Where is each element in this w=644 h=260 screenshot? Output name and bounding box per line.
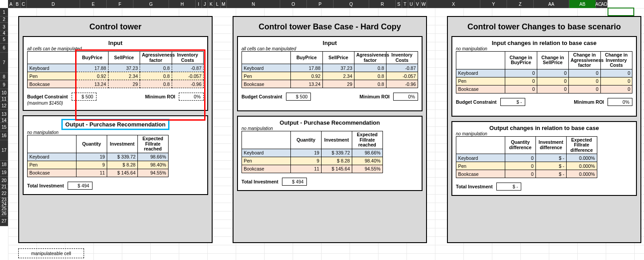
column-header[interactable]: X [427, 0, 480, 8]
input-cell[interactable]: 37.23 [108, 64, 140, 72]
panel-title: Control tower Changes to base scenario [451, 22, 637, 32]
column-header[interactable]: D [27, 0, 80, 8]
row-header[interactable]: 2 [0, 16, 8, 23]
column-header[interactable]: P [307, 0, 334, 8]
row-header[interactable]: 10 [0, 89, 8, 97]
column-header[interactable]: N [227, 0, 280, 8]
col-header: Investment [107, 135, 137, 153]
minroi-cell[interactable]: 0% [179, 93, 204, 101]
row-headers: 1234567891011121314151617181920212223242… [0, 8, 8, 226]
column-header[interactable]: A [8, 0, 14, 8]
row-header[interactable]: 25 [0, 207, 8, 211]
input-cell[interactable]: -0.057 [172, 72, 204, 80]
row-header[interactable]: 19 [0, 169, 8, 177]
panel-control-tower: Control tower Input all cells can be man… [18, 16, 213, 243]
column-header[interactable]: Q [334, 0, 369, 8]
input-cell[interactable]: 0.92 [76, 72, 109, 80]
panel-changes: Control tower Changes to base scenario I… [447, 16, 641, 243]
row-header[interactable]: 12 [0, 102, 8, 110]
input-cell[interactable]: 17.88 [76, 64, 109, 72]
input-cell[interactable]: 29 [108, 80, 140, 88]
input-box: Input all cells can be manipulated BuyPr… [23, 36, 208, 111]
table-row: Pen9$ 8.2898.40% [242, 157, 383, 165]
column-header[interactable]: AD [601, 0, 608, 8]
table-row: Bookcase11$ 145.6494.55% [28, 169, 169, 177]
row-header[interactable]: 6 [0, 44, 8, 53]
column-header[interactable]: B [14, 0, 20, 8]
total-label: Total Investment [27, 183, 64, 188]
column-header[interactable]: L [214, 0, 221, 8]
column-header[interactable]: H [169, 0, 196, 8]
input-table: BuyPrice SellPrice Agressiveness factor … [27, 51, 204, 88]
input-cell[interactable]: 0.8 [140, 64, 172, 72]
input-cell[interactable]: 2.34 [108, 72, 140, 80]
input-box: Input changes in relation to base case n… [451, 36, 637, 117]
row-header[interactable]: 21 [0, 185, 8, 189]
column-header[interactable]: E [80, 0, 107, 8]
column-header[interactable]: Z [507, 0, 534, 8]
input-cell[interactable]: 13.24 [76, 80, 109, 88]
input-cell[interactable]: 0.8 [140, 72, 172, 80]
row-header[interactable]: 26 [0, 211, 8, 216]
table-row: Bookcase13.24290.8-0.96 [242, 80, 418, 88]
row-header[interactable]: 15 [0, 123, 8, 131]
table-row: Keyboard0$ -0.000% [456, 154, 597, 162]
column-header[interactable]: R [369, 0, 396, 8]
selected-cell-indicator [608, 8, 634, 16]
column-header[interactable]: U [408, 0, 415, 8]
column-header[interactable]: Y [480, 0, 507, 8]
total-cell: $ 494 [68, 182, 93, 190]
minroi-label: Minimum ROI [145, 94, 175, 99]
column-header[interactable]: I [196, 0, 202, 8]
output-table: QuantityInvestmentExpected Fillrate reac… [242, 131, 383, 173]
col-header: BuyPrice [76, 52, 109, 64]
column-header[interactable]: AC [596, 0, 601, 8]
col-header: Quantity [76, 135, 107, 153]
input-cell[interactable]: 0.8 [140, 80, 172, 88]
output-hint: no manipulation [27, 130, 204, 135]
column-header[interactable]: J [202, 0, 208, 8]
row-header[interactable]: 14 [0, 118, 8, 123]
row-header[interactable]: 8 [0, 73, 8, 81]
legend-manipulateable: manipulateable cell [18, 248, 84, 258]
row-header[interactable]: 17 [0, 140, 8, 161]
row-header[interactable]: 7 [0, 53, 8, 73]
worksheet-area[interactable]: Control tower Input all cells can be man… [8, 8, 644, 260]
input-cell[interactable]: -0.87 [172, 64, 204, 72]
column-header[interactable]: M [221, 0, 227, 8]
row-header[interactable]: 4 [0, 31, 8, 36]
input-hint: no manipulation [456, 46, 632, 51]
column-header[interactable]: G [133, 0, 169, 8]
column-header[interactable]: C [20, 0, 27, 8]
column-header[interactable]: AA [534, 0, 569, 8]
table-row: Keyboard17.8837.230.8-0.87 [242, 64, 418, 72]
table-row: Bookcase0$ -0.000% [456, 170, 597, 178]
row-header[interactable]: 20 [0, 177, 8, 185]
table-row: Bookcase11$ 145.6494.55% [242, 165, 383, 173]
column-header[interactable]: S [396, 0, 402, 8]
column-header[interactable]: K [208, 0, 214, 8]
input-cell[interactable]: -0.96 [172, 80, 204, 88]
col-header: SellPrice [108, 52, 140, 64]
row-header[interactable]: 5 [0, 36, 8, 44]
col-header: Expected Fillrate reached [137, 135, 168, 153]
column-header[interactable]: F [107, 0, 133, 8]
row-header[interactable]: 16 [0, 131, 8, 140]
row-header[interactable]: 27 [0, 216, 8, 226]
table-row: Bookcase 13.24 29 0.8 -0.96 [28, 80, 204, 88]
table-row: Keyboard19$ 339.7298.66% [242, 149, 383, 157]
row-header[interactable]: 11 [0, 97, 8, 102]
row-header[interactable]: 9 [0, 81, 8, 89]
column-header[interactable]: W [421, 0, 427, 8]
row-header[interactable]: 18 [0, 161, 8, 169]
column-header[interactable]: V [415, 0, 421, 8]
budget-cell[interactable]: $ 500 [72, 93, 97, 101]
row-header[interactable]: 13 [0, 110, 8, 118]
row-header[interactable]: 1 [0, 8, 8, 16]
column-header[interactable]: O [280, 0, 307, 8]
column-header[interactable]: AB [569, 0, 596, 8]
row-header[interactable]: 3 [0, 23, 8, 31]
table-row: Pen 0.92 2.34 0.8 -0.057 [28, 72, 204, 80]
column-header[interactable]: T [402, 0, 408, 8]
row-header[interactable]: 22 [0, 189, 8, 198]
